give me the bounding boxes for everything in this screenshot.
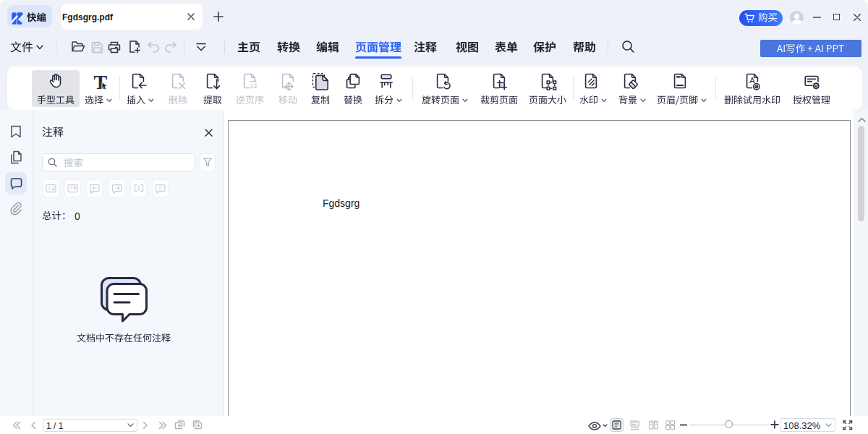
- svg-text:A: A: [749, 76, 755, 85]
- svg-text:12: 12: [250, 82, 257, 90]
